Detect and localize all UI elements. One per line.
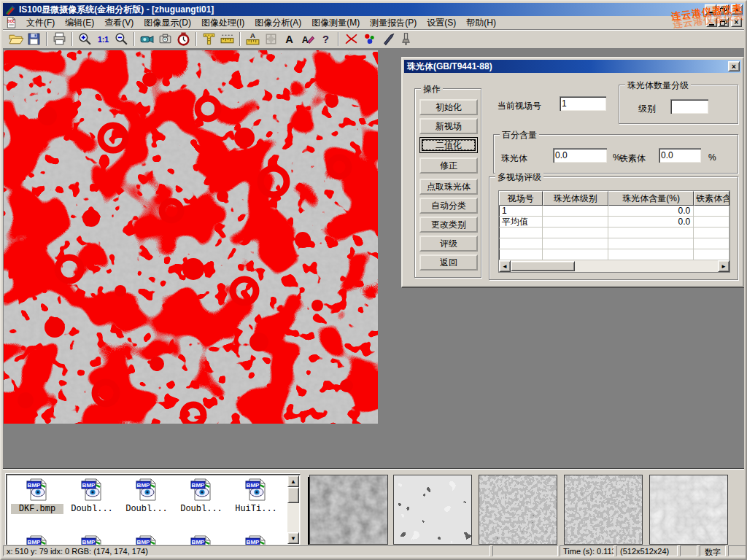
- mdi-client-area: 珠光体(GB/T9441-88) × 操作 初始化 新视场 二值化 修正 点取珠…: [3, 49, 744, 469]
- measure-text-icon[interactable]: A: [244, 31, 262, 47]
- change-class-button[interactable]: 更改类别: [419, 217, 478, 233]
- file-item[interactable]: [11, 534, 63, 545]
- annotate-icon[interactable]: A: [298, 31, 317, 47]
- thumbnail-1[interactable]: [309, 475, 388, 545]
- ferrite-percent-sign: %: [708, 152, 716, 163]
- phase-particles-icon[interactable]: [360, 31, 379, 47]
- operate-group: 操作 初始化 新视场 二值化 修正 点取珠光体 自动分类 更改类别 评级 返回: [414, 88, 481, 278]
- application-window: IS100显微摄像系统(金相分析版) - [zhuguangti01] × 连云…: [0, 0, 747, 560]
- rate-button[interactable]: 评级: [419, 236, 478, 252]
- timer-icon[interactable]: [174, 31, 193, 47]
- zoom-out-icon[interactable]: [112, 31, 131, 47]
- table-row[interactable]: 平均值 0.0: [499, 217, 729, 228]
- vscroll-thumb[interactable]: [287, 487, 299, 503]
- binarize-button[interactable]: 二值化: [419, 137, 478, 153]
- col-ferrite: 铁素体含量(%): [694, 191, 729, 206]
- table-row-empty: [499, 228, 729, 238]
- metallograph-image[interactable]: [4, 50, 378, 424]
- file-item[interactable]: Doubl...: [175, 478, 228, 514]
- help-icon[interactable]: ?: [317, 31, 335, 47]
- pick-pearlite-button[interactable]: 点取珠光体: [419, 179, 478, 195]
- ferrite-percent-input[interactable]: [659, 148, 701, 163]
- grid-icon[interactable]: [262, 31, 280, 47]
- file-item[interactable]: HuiTi...: [230, 478, 282, 514]
- scroll-right-icon[interactable]: ►: [718, 260, 729, 272]
- bmp-file-icon: [80, 478, 104, 502]
- scroll-down-icon[interactable]: ▼: [287, 532, 299, 544]
- new-field-button[interactable]: 新视场: [419, 118, 478, 134]
- file-list[interactable]: BMP DKF.bmp Doubl... Doubl... Doubl...: [6, 474, 301, 545]
- table-row[interactable]: 1 0.0: [499, 206, 729, 217]
- status-time: Time (s): 0.113: [560, 545, 614, 556]
- grade-input[interactable]: [670, 99, 708, 114]
- menu-image-display[interactable]: 图像显示(D): [139, 15, 196, 31]
- svg-text:DOC: DOC: [7, 20, 15, 23]
- menu-image-process[interactable]: 图像处理(I): [196, 15, 249, 31]
- thumbnail-5[interactable]: [649, 475, 728, 545]
- pearlite-percent-input[interactable]: [553, 148, 607, 163]
- text-icon[interactable]: A: [280, 31, 298, 47]
- bmp-file-icon: [26, 478, 50, 502]
- dialog-close-button[interactable]: ×: [728, 61, 740, 71]
- status-blank-3: [728, 545, 747, 556]
- save-icon[interactable]: [25, 31, 43, 47]
- print-icon[interactable]: [50, 31, 69, 47]
- ruler-icon[interactable]: [218, 31, 236, 47]
- status-image-size: (512x512x24): [616, 545, 678, 556]
- thumbnail-4[interactable]: [564, 475, 643, 545]
- menu-view[interactable]: 查看(V): [99, 15, 139, 31]
- capture-icon[interactable]: [156, 31, 174, 47]
- file-item[interactable]: [66, 534, 118, 545]
- file-item[interactable]: [230, 534, 282, 545]
- scroll-up-icon[interactable]: ▲: [287, 475, 299, 487]
- multi-field-group-label: 多视场评级: [495, 171, 543, 184]
- gallery-panel: BMP DKF.bmp Doubl... Doubl... Doubl...: [3, 469, 744, 549]
- operate-group-label: 操作: [421, 83, 443, 96]
- hscroll-thumb[interactable]: [511, 261, 575, 271]
- svg-text:A: A: [285, 34, 293, 45]
- dialog-title: 珠光体(GB/T9441-88): [407, 61, 492, 73]
- pen-icon[interactable]: [379, 31, 397, 47]
- caliper-icon[interactable]: [200, 31, 218, 47]
- table-hscrollbar[interactable]: ◄ ►: [499, 260, 729, 272]
- thumbnail-3[interactable]: [479, 475, 557, 545]
- file-item[interactable]: Doubl...: [66, 478, 118, 514]
- rating-table[interactable]: 视场号 珠光体级别 珠光体含量(%) 铁素体含量(%) 1 0.0 平均值: [498, 190, 730, 273]
- file-list-scrollbar[interactable]: ▲ ▼: [287, 475, 299, 544]
- status-mode: 数字: [700, 545, 726, 556]
- status-blank-1: [492, 545, 558, 556]
- open-icon[interactable]: [7, 31, 25, 47]
- thumbnail-2[interactable]: [393, 475, 472, 545]
- table-row-empty: [499, 238, 729, 249]
- col-grade: 珠光体级别: [543, 191, 608, 206]
- bmp-file-icon: [135, 478, 159, 502]
- current-field-input[interactable]: [560, 96, 606, 111]
- file-item[interactable]: [120, 534, 173, 545]
- initialize-button[interactable]: 初始化: [419, 99, 478, 115]
- mdi-minimize-button[interactable]: [706, 18, 717, 27]
- percent-group-label: 百分含量: [500, 129, 539, 141]
- return-button[interactable]: 返回: [419, 254, 478, 271]
- menu-image-analysis[interactable]: 图像分析(A): [249, 15, 306, 31]
- curve-cut-icon[interactable]: [342, 31, 360, 47]
- menu-measure-report[interactable]: 测量报告(P): [365, 15, 422, 31]
- col-field: 视场号: [499, 191, 543, 206]
- app-icon: [5, 4, 16, 15]
- menu-file[interactable]: 文件(F): [21, 15, 60, 31]
- file-item[interactable]: DKF.bmp: [11, 478, 63, 514]
- video-camera-icon[interactable]: [138, 31, 156, 47]
- menu-image-measure[interactable]: 图像测量(M): [306, 15, 365, 31]
- menu-edit[interactable]: 编辑(E): [60, 15, 99, 31]
- scroll-left-icon[interactable]: ◄: [499, 260, 511, 272]
- zoom-in-icon[interactable]: [76, 31, 94, 47]
- mdi-close-button[interactable]: ×: [731, 18, 742, 27]
- file-item[interactable]: Doubl...: [120, 478, 173, 514]
- actual-size-icon[interactable]: 1:1: [94, 31, 112, 47]
- mdi-restore-button[interactable]: [718, 18, 729, 27]
- menu-settings[interactable]: 设置(S): [422, 15, 461, 31]
- menu-help[interactable]: 帮助(H): [461, 15, 501, 31]
- file-item[interactable]: [175, 534, 228, 545]
- auto-classify-button[interactable]: 自动分类: [419, 198, 478, 214]
- correct-button[interactable]: 修正: [419, 158, 478, 174]
- brush-icon[interactable]: [397, 31, 415, 47]
